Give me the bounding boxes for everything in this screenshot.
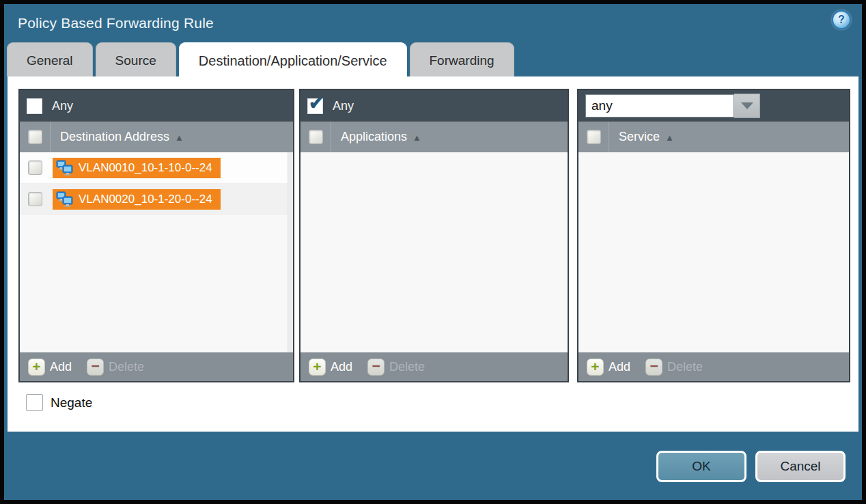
destination-any-label: Any [52,99,73,113]
tab-content: Any Destination Address ▲ [8,76,858,432]
service-footer: + Add − Delete [578,352,849,381]
destination-select-all-cell [20,122,51,152]
network-icon [56,191,74,208]
service-select-all-cell [578,122,609,152]
tab-general[interactable]: General [7,42,93,76]
service-select-all-checkbox[interactable] [587,130,601,144]
destination-column-header[interactable]: Destination Address ▲ [60,130,184,144]
add-icon: + [28,359,45,376]
service-add-button[interactable]: + Add [587,359,630,376]
service-list [578,152,849,352]
cancel-button[interactable]: Cancel [755,451,846,482]
negate-checkbox[interactable] [26,394,43,411]
negate-row: Negate [26,394,858,411]
sort-ascending-icon: ▲ [413,132,421,142]
applications-select-all-cell [301,122,331,152]
delete-icon: − [87,359,104,376]
panels-container: Any Destination Address ▲ [8,76,858,382]
service-panel: Service ▲ + Add − Delete [577,89,850,382]
destination-footer: + Add − Delete [20,352,293,381]
add-icon: + [587,359,604,376]
applications-any-bar: ✔ Any [301,90,568,122]
applications-list [301,152,568,352]
service-column-header-row: Service ▲ [578,122,849,152]
destination-any-bar: Any [20,90,293,122]
address-object-label: VLAN0020_10-1-20-0--24 [79,193,212,206]
negate-label: Negate [51,395,92,410]
address-object-chip: VLAN0020_10-1-20-0--24 [53,189,221,210]
destination-row-2[interactable]: VLAN0020_10-1-20-0--24 [20,184,288,215]
destination-add-button[interactable]: + Add [28,359,72,376]
tab-destination-application-service[interactable]: Destination/Application/Service [179,42,407,76]
destination-column-header-row: Destination Address ▲ [20,122,293,152]
destination-list: VLAN0010_10-1-10-0--24 [20,152,293,352]
dialog-title: Policy Based Forwarding Rule [18,15,214,31]
row-checkbox-cell [20,192,51,206]
service-combo [585,94,760,118]
service-delete-button[interactable]: − Delete [645,359,703,376]
address-object-chip: VLAN0010_10-1-10-0--24 [53,158,221,178]
help-icon[interactable]: ? [832,10,851,29]
destination-select-all-checkbox[interactable] [28,130,42,144]
dialog-titlebar: Policy Based Forwarding Rule ? [4,4,862,42]
address-object-label: VLAN0010_10-1-10-0--24 [79,161,212,175]
destination-row-1[interactable]: VLAN0010_10-1-10-0--24 [20,152,288,184]
network-icon [56,160,74,176]
tab-source[interactable]: Source [96,42,176,76]
destination-row-2-checkbox[interactable] [28,192,42,206]
checkmark-icon: ✔ [309,93,324,114]
applications-add-button[interactable]: + Add [309,359,352,376]
applications-column-header[interactable]: Applications ▲ [341,130,421,144]
service-column-header[interactable]: Service ▲ [619,130,674,144]
delete-icon: − [367,359,385,376]
destination-any-checkbox[interactable] [27,98,42,114]
destination-delete-button[interactable]: − Delete [87,359,144,376]
applications-select-all-checkbox[interactable] [309,130,323,144]
sort-ascending-icon: ▲ [175,132,184,142]
row-checkbox-cell [20,160,51,175]
service-combo-dropdown-button[interactable] [734,94,760,118]
dialog-action-bar: OK Cancel [4,432,862,482]
destination-scrollbar-track[interactable] [288,152,293,352]
tab-forwarding[interactable]: Forwarding [410,42,514,76]
delete-icon: − [645,359,662,376]
applications-panel: ✔ Any Applications ▲ + Add [299,89,569,382]
service-combo-input[interactable] [585,94,734,117]
applications-column-header-row: Applications ▲ [301,122,568,152]
ok-button[interactable]: OK [656,451,746,482]
applications-footer: + Add − Delete [301,352,568,381]
chevron-down-icon [741,102,753,109]
add-icon: + [309,359,326,376]
applications-delete-button[interactable]: − Delete [367,359,425,376]
destination-row-1-checkbox[interactable] [28,160,42,175]
policy-forwarding-dialog: Policy Based Forwarding Rule ? General S… [0,0,866,504]
destination-address-panel: Any Destination Address ▲ [18,89,294,382]
applications-any-checkbox[interactable]: ✔ [307,98,323,114]
sort-ascending-icon: ▲ [665,132,674,142]
tab-bar: General Source Destination/Application/S… [4,42,862,76]
applications-any-label: Any [333,99,354,113]
service-combo-bar [578,90,849,122]
